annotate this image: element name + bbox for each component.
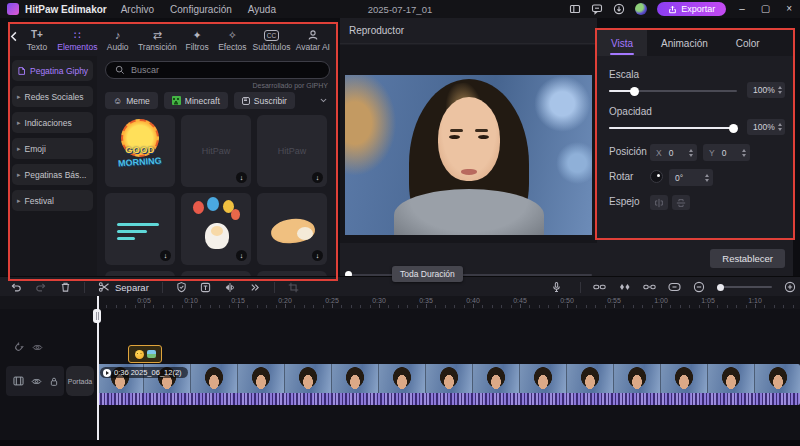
auto-ripple-icon[interactable] bbox=[668, 282, 681, 292]
download-badge-icon[interactable]: ↓ bbox=[312, 172, 323, 183]
tag-meme[interactable]: ☺ Meme bbox=[105, 92, 158, 109]
timeline-zoom-knob[interactable] bbox=[717, 284, 724, 291]
scissors-split-icon[interactable] bbox=[98, 281, 110, 293]
tab-transicion[interactable]: ⇄ Transición bbox=[138, 29, 177, 52]
rotate-knob-icon[interactable] bbox=[650, 170, 663, 183]
spinner-arrows-icon[interactable] bbox=[778, 85, 782, 95]
spinner-arrows-icon[interactable] bbox=[742, 148, 746, 158]
category-sidebar: Pegatina Giphy ▸ Redes Sociales ▸ Indica… bbox=[8, 56, 97, 281]
download-icon[interactable] bbox=[613, 3, 625, 15]
redo-icon[interactable] bbox=[35, 281, 47, 293]
magnet-icon[interactable] bbox=[13, 342, 24, 353]
download-badge-icon[interactable]: ↓ bbox=[160, 250, 171, 261]
collapse-panel-icon[interactable] bbox=[9, 30, 20, 43]
maximize-button[interactable]: ▢ bbox=[758, 0, 773, 18]
flip-horizontal-icon[interactable] bbox=[650, 195, 668, 210]
download-badge-icon[interactable]: ↓ bbox=[236, 172, 247, 183]
tab-subtitulos[interactable]: CC Subtítulos bbox=[253, 28, 291, 52]
eye-icon[interactable] bbox=[32, 343, 43, 352]
sidebar-item-festival[interactable]: ▸ Festival bbox=[12, 190, 93, 211]
position-y-box[interactable]: Y 0 bbox=[703, 144, 750, 161]
menu-archivo[interactable]: Archivo bbox=[121, 4, 154, 15]
unlink-clips-icon[interactable] bbox=[643, 282, 656, 292]
spinner-arrows-icon[interactable] bbox=[705, 173, 709, 183]
text-box-icon[interactable] bbox=[200, 282, 211, 293]
cover-portada-button[interactable]: Portada bbox=[66, 366, 94, 396]
scale-slider[interactable] bbox=[609, 90, 737, 92]
keyframes-icon[interactable] bbox=[618, 282, 631, 292]
sticker-hitpaw-placeholder[interactable]: HitPaw ↓ bbox=[257, 115, 327, 187]
timeline-zoom-slider[interactable] bbox=[717, 286, 772, 288]
bottom-scroll-strip[interactable] bbox=[0, 440, 800, 446]
feedback-bubble-icon[interactable] bbox=[591, 3, 603, 15]
export-button[interactable]: Exportar bbox=[657, 2, 726, 16]
opacity-slider-knob[interactable] bbox=[729, 124, 738, 133]
eye-icon[interactable] bbox=[31, 377, 42, 386]
video-clip[interactable]: 0:36 2025_06_12(2) bbox=[97, 364, 800, 405]
zoom-out-icon[interactable] bbox=[693, 281, 705, 293]
close-button[interactable]: × bbox=[783, 0, 795, 18]
opacity-value-box[interactable]: 100% bbox=[747, 119, 785, 135]
spinner-arrows-icon[interactable] bbox=[778, 122, 782, 132]
menu-configuracion[interactable]: Configuración bbox=[170, 4, 232, 15]
tag-suscribir[interactable]: Suscribir bbox=[234, 92, 295, 109]
lock-icon[interactable] bbox=[49, 376, 59, 387]
sticker-baby-balloons[interactable]: ↓ bbox=[181, 193, 251, 265]
tab-avatar-ai[interactable]: Avatar AI bbox=[296, 29, 330, 52]
sticker-teal-lines[interactable]: ↓ bbox=[105, 193, 175, 265]
tab-animacion[interactable]: Animación bbox=[647, 30, 722, 56]
tab-filtros[interactable]: ✦ Filtros bbox=[182, 29, 212, 52]
sidebar-item-pegatinas-basicas[interactable]: ▸ Pegatinas Bás... bbox=[12, 164, 93, 185]
minimize-button[interactable]: – bbox=[736, 0, 748, 18]
sidebar-item-redes-sociales[interactable]: ▸ Redes Sociales bbox=[12, 86, 93, 107]
sticker-hitpaw-placeholder[interactable]: HitPaw ↓ bbox=[181, 115, 251, 187]
tab-texto[interactable]: T+ Texto bbox=[22, 29, 52, 52]
sidebar-item-indicaciones[interactable]: ▸ Indicaciones bbox=[12, 112, 93, 133]
video-preview[interactable] bbox=[345, 75, 592, 235]
rotate-value-box[interactable]: 0° bbox=[669, 169, 713, 186]
search-input[interactable] bbox=[131, 65, 320, 75]
download-badge-icon[interactable]: ↓ bbox=[236, 250, 247, 261]
tag-minecraft[interactable]: Minecraft bbox=[164, 92, 228, 109]
sticker-clip[interactable] bbox=[128, 345, 162, 363]
sidebar-item-pegatina-giphy[interactable]: Pegatina Giphy bbox=[12, 60, 93, 81]
link-clips-icon[interactable] bbox=[593, 282, 606, 292]
download-badge-icon[interactable]: ↓ bbox=[312, 250, 323, 261]
sidebar-item-emoji[interactable]: ▸ Emoji bbox=[12, 138, 93, 159]
mirror-flip-icon[interactable] bbox=[224, 282, 236, 293]
tab-efectos[interactable]: ✧ Efectos bbox=[217, 29, 247, 52]
playhead-handle[interactable] bbox=[93, 309, 101, 323]
sticker-shield-icon[interactable] bbox=[176, 281, 187, 293]
zoom-in-icon[interactable] bbox=[784, 281, 796, 293]
sticker-good-morning[interactable]: GOOD MORNING bbox=[105, 115, 175, 187]
expand-arrow-icon: ▸ bbox=[17, 145, 21, 153]
search-box[interactable] bbox=[105, 61, 330, 79]
tab-audio[interactable]: ♪ Audio bbox=[103, 29, 133, 52]
microphone-icon[interactable] bbox=[551, 281, 562, 293]
flip-vertical-icon[interactable] bbox=[672, 195, 690, 210]
reset-button[interactable]: Restablecer bbox=[710, 249, 785, 268]
crop-icon[interactable] bbox=[288, 282, 299, 293]
tab-vista[interactable]: Vista bbox=[597, 30, 647, 56]
tab-color[interactable]: Color bbox=[722, 30, 774, 56]
user-avatar[interactable] bbox=[635, 3, 647, 15]
menu-ayuda[interactable]: Ayuda bbox=[248, 4, 276, 15]
scale-slider-knob[interactable] bbox=[630, 87, 639, 96]
timeline-ruler[interactable]: 0:050:100:150:200:250:300:350:400:450:50… bbox=[0, 296, 800, 309]
position-label: Posición bbox=[609, 146, 647, 157]
layout-panels-icon[interactable] bbox=[569, 3, 581, 15]
speed-icon[interactable] bbox=[249, 282, 261, 293]
position-x-box[interactable]: X 0 bbox=[650, 144, 697, 161]
teal-lines-art bbox=[117, 223, 159, 244]
delete-trash-icon[interactable] bbox=[60, 281, 71, 293]
film-icon[interactable] bbox=[13, 376, 24, 386]
tab-elementos[interactable]: ∷ Elementos bbox=[57, 29, 97, 52]
spinner-arrows-icon[interactable] bbox=[689, 148, 693, 158]
scale-value-box[interactable]: 100% bbox=[747, 82, 785, 98]
undo-icon[interactable] bbox=[10, 281, 22, 293]
expand-arrow-icon: ▸ bbox=[17, 93, 21, 101]
opacity-slider[interactable] bbox=[609, 127, 737, 129]
chevron-down-icon[interactable] bbox=[319, 96, 328, 105]
sticker-sleeping-cat[interactable]: ↓ bbox=[257, 193, 327, 265]
split-label[interactable]: Separar bbox=[115, 282, 149, 293]
